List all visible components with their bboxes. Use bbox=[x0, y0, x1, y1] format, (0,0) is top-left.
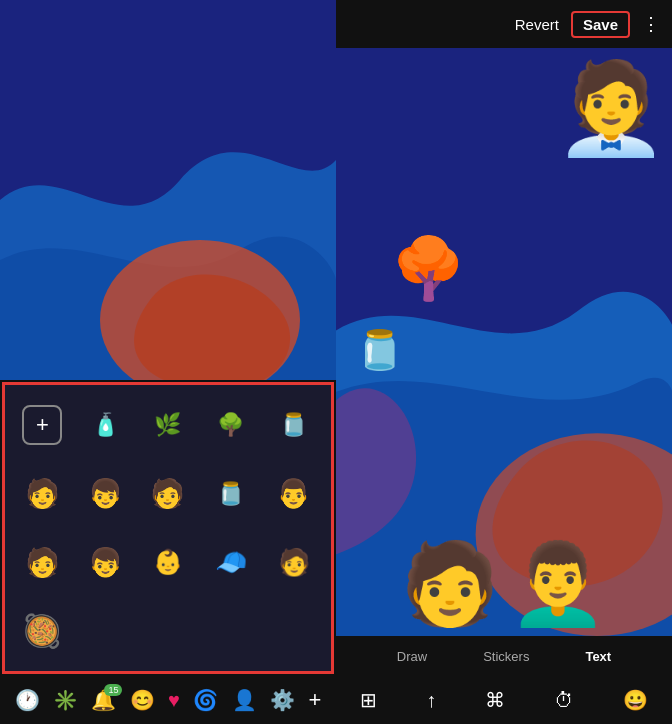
add-sticker-button[interactable]: + bbox=[13, 393, 72, 458]
person-7-icon: 👶 bbox=[153, 548, 183, 576]
sticker-person-5[interactable]: 🧑 bbox=[13, 530, 72, 595]
link-tool-button[interactable]: ⌘ bbox=[485, 688, 505, 712]
person-9-icon: 🧑 bbox=[278, 547, 310, 578]
grid-tool-button[interactable]: ⊞ bbox=[360, 688, 377, 712]
person-4-icon: 👨 bbox=[276, 477, 311, 510]
timer-tool-button[interactable]: ⏱ bbox=[554, 689, 574, 712]
more-options-button[interactable]: ⋮ bbox=[642, 13, 660, 35]
sticker-leaf[interactable]: 🌿 bbox=[139, 393, 198, 458]
star-icon: ✳️ bbox=[53, 688, 78, 712]
settings-button[interactable]: ⚙️ bbox=[270, 688, 295, 712]
left-preview bbox=[0, 0, 336, 380]
sticker-person-1[interactable]: 🧑 bbox=[13, 462, 72, 527]
bottom-bar-left: 🕐 ✳️ 🔔 15 😊 ♥ 🌀 👤 ⚙️ + bbox=[0, 676, 336, 724]
sticker-plate[interactable]: 🫙 bbox=[264, 393, 323, 458]
loop-icon: 🌀 bbox=[193, 688, 218, 712]
plate-icon: 🫙 bbox=[280, 412, 307, 438]
plus-icon: + bbox=[36, 412, 49, 438]
plus-icon: + bbox=[308, 687, 321, 713]
person-2-icon: 👦 bbox=[88, 477, 123, 510]
tab-stickers[interactable]: Stickers bbox=[471, 645, 541, 668]
top-bar-right: Revert Save ⋮ bbox=[336, 0, 672, 48]
share-tool-button[interactable]: ↑ bbox=[426, 689, 436, 712]
right-canvas: 🧑‍💼 🌳 🫙 🧑 👨‍🦱 bbox=[336, 48, 672, 636]
save-button[interactable]: Save bbox=[571, 11, 630, 38]
person-5-icon: 🧑 bbox=[25, 546, 60, 579]
food-icon: 🥘 bbox=[22, 612, 62, 650]
sticker-spray[interactable]: 🧴 bbox=[76, 393, 135, 458]
person-1-icon: 🧑 bbox=[25, 477, 60, 510]
sticker-food[interactable]: 🥘 bbox=[13, 599, 72, 664]
clock-button[interactable]: 🕐 bbox=[15, 688, 40, 712]
canvas-persons-bottom: 🧑 👨‍🦱 bbox=[336, 537, 672, 631]
sticker-tree[interactable]: 🌳 bbox=[201, 393, 260, 458]
left-panel: + 🧴 🌿 🌳 🫙 🧑 👦 🧑 🫙 bbox=[0, 0, 336, 724]
sticker-person-7[interactable]: 👶 bbox=[139, 530, 198, 595]
clock-icon: 🕐 bbox=[15, 688, 40, 712]
face-tool-button[interactable]: 😀 bbox=[623, 688, 648, 712]
sticker-person-2[interactable]: 👦 bbox=[76, 462, 135, 527]
sticker-person-8[interactable]: 🧢 bbox=[201, 530, 260, 595]
canvas-tree: 🌳 bbox=[391, 233, 466, 304]
sticker-person-4[interactable]: 👨 bbox=[264, 462, 323, 527]
canvas-jar: 🫙 bbox=[356, 328, 403, 372]
smiley-icon: 😊 bbox=[130, 688, 155, 712]
person-6-icon: 👦 bbox=[88, 546, 123, 579]
star-button[interactable]: ✳️ bbox=[53, 688, 78, 712]
sticker-person-6[interactable]: 👦 bbox=[76, 530, 135, 595]
sticker-person-9[interactable]: 🧑 bbox=[264, 530, 323, 595]
jar-icon: 🫙 bbox=[217, 481, 244, 507]
heart-button[interactable]: ♥ bbox=[168, 689, 180, 712]
tree-icon: 🌳 bbox=[217, 412, 244, 438]
leaf-icon: 🌿 bbox=[154, 412, 181, 438]
tab-bar: Draw Stickers Text bbox=[336, 636, 672, 676]
gear-icon: ⚙️ bbox=[270, 688, 295, 712]
canvas-person-top: 🧑‍💼 bbox=[555, 63, 667, 153]
sticker-tray: + 🧴 🌿 🌳 🫙 🧑 👦 🧑 🫙 bbox=[2, 382, 334, 674]
tab-text[interactable]: Text bbox=[573, 645, 623, 668]
person-8-icon: 🧢 bbox=[215, 547, 247, 578]
right-panel: Revert Save ⋮ 🧑‍💼 🌳 🫙 🧑 👨‍🦱 Draw bbox=[336, 0, 672, 724]
tools-row: ⊞ ↑ ⌘ ⏱ 😀 bbox=[336, 676, 672, 724]
add-button[interactable]: + bbox=[308, 687, 321, 713]
sticker-person-3[interactable]: 🧑 bbox=[139, 462, 198, 527]
emoji-button[interactable]: 😊 bbox=[130, 688, 155, 712]
avatar-icon: 👤 bbox=[232, 688, 257, 712]
notification-badge: 15 bbox=[104, 684, 122, 696]
person-3-icon: 🧑 bbox=[150, 477, 185, 510]
loop-button[interactable]: 🌀 bbox=[193, 688, 218, 712]
spray-icon: 🧴 bbox=[92, 412, 119, 438]
sticker-jar[interactable]: 🫙 bbox=[201, 462, 260, 527]
heart-icon: ♥ bbox=[168, 689, 180, 712]
avatar-button[interactable]: 👤 bbox=[232, 688, 257, 712]
revert-button[interactable]: Revert bbox=[515, 16, 559, 33]
tab-draw[interactable]: Draw bbox=[385, 645, 439, 668]
notifications-button[interactable]: 🔔 15 bbox=[91, 688, 116, 712]
